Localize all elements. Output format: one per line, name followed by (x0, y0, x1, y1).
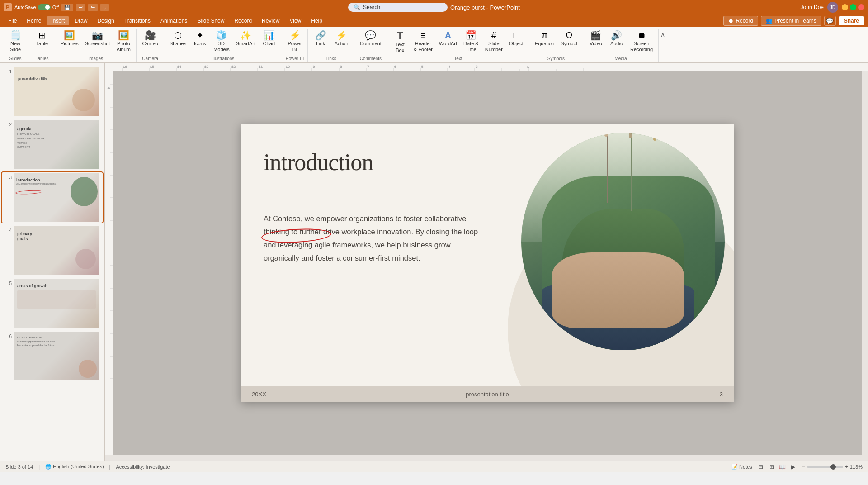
cameo-button[interactable]: 🎥 Cameo (139, 29, 160, 48)
accessibility-status[interactable]: Accessibility: Investigate (116, 464, 170, 470)
menu-draw[interactable]: Draw (70, 16, 92, 25)
slide-num-4: 4 (3, 226, 12, 233)
shapes-icon: ⬡ (174, 31, 182, 40)
menu-transitions[interactable]: Transitions (120, 16, 155, 25)
audio-button[interactable]: 🔊 Audio (607, 29, 627, 48)
object-button[interactable]: □ Object (506, 29, 526, 48)
stems-area (582, 133, 704, 220)
slide-thumbnail-1[interactable]: 1 presentation title (2, 67, 103, 117)
date-time-button[interactable]: 📅 Date &Time (461, 29, 481, 54)
pictures-icon: 🖼️ (64, 31, 75, 40)
symbol-button[interactable]: Ω Symbol (558, 29, 580, 48)
autosave-toggle[interactable]: AutoSave Off (14, 4, 59, 10)
table-button[interactable]: ⊞ Table (32, 29, 52, 48)
record-button[interactable]: ⏺ Record (723, 16, 758, 26)
comment-button[interactable]: 💬 (824, 16, 836, 26)
link-button[interactable]: 🔗 Link (311, 29, 330, 48)
slide-thumbnail-3[interactable]: 3 introduction At Contoso, we empower or… (2, 172, 103, 223)
slide-scroll-area[interactable]: introduction At Contoso, we empower orga… (113, 71, 862, 455)
minimize-button[interactable] (842, 4, 848, 10)
header-footer-button[interactable]: ≡ Header& Footer (411, 29, 435, 54)
slide-sorter-button[interactable]: ⊞ (767, 463, 777, 471)
customize-button[interactable]: ⌵ (100, 4, 109, 11)
zoom-in-button[interactable]: + (845, 464, 848, 470)
menu-view[interactable]: View (285, 16, 306, 25)
menu-bar-actions: ⏺ Record 👥 Present in Teams 💬 Share (723, 16, 864, 26)
video-button[interactable]: 🎬 Video (586, 29, 606, 48)
audio-icon: 🔊 (611, 31, 622, 40)
icons-icon: ✦ (196, 31, 204, 40)
insert-comment-button[interactable]: 💬 Comment (357, 29, 384, 48)
language-icon: 🌐 (45, 464, 52, 469)
menu-insert[interactable]: Insert (47, 16, 69, 25)
slide2-title-text: agenda (17, 127, 32, 131)
menu-review[interactable]: Review (257, 16, 284, 25)
doc-title: Orange burst - PowerPoint (450, 4, 520, 11)
chart-button[interactable]: 📊 Chart (259, 29, 279, 48)
present-teams-button[interactable]: 👥 Present in Teams (761, 16, 821, 26)
user-avatar[interactable]: JD (827, 2, 838, 13)
icons-button[interactable]: ✦ Icons (190, 29, 210, 48)
new-slide-button[interactable]: 🗒️ NewSlide (5, 29, 26, 54)
smartart-button[interactable]: ✨ SmartArt (233, 29, 258, 48)
pictures-button[interactable]: 🖼️ Pictures (58, 29, 81, 48)
maximize-button[interactable] (850, 4, 856, 10)
slide-thumbnail-5[interactable]: 5 areas of growth (2, 278, 103, 328)
camera-group-label: Camera (142, 55, 158, 62)
screenshot-button[interactable]: 📷 Screenshot (82, 29, 113, 48)
shapes-button[interactable]: ⬡ Shapes (167, 29, 189, 48)
undo-button[interactable]: ↩ (76, 4, 85, 11)
3d-models-icon: 🧊 (216, 31, 227, 40)
ribbon-collapse-button[interactable]: ∧ (659, 29, 667, 40)
comment-icon: 💬 (365, 31, 376, 40)
menu-animations[interactable]: Animations (156, 16, 192, 25)
menu-bar: File Home Insert Draw Design Transitions… (0, 14, 868, 27)
menu-help[interactable]: Help (307, 16, 327, 25)
zoom-slider[interactable] (807, 466, 843, 468)
share-button[interactable]: Share (839, 16, 864, 25)
close-button[interactable] (858, 4, 864, 10)
slideshow-button[interactable]: ▶ (788, 463, 798, 471)
menu-slideshow[interactable]: Slide Show (193, 16, 229, 25)
equation-button[interactable]: π Equation (532, 29, 557, 48)
power-bi-button[interactable]: ⚡ PowerBI (285, 29, 305, 54)
3d-models-button[interactable]: 🧊 3DModels (211, 29, 232, 54)
notes-button[interactable]: 📝 Notes (731, 464, 752, 470)
tables-group-label: Tables (36, 55, 49, 62)
slide6-deco (79, 360, 97, 378)
slide-thumbnail-6[interactable]: 6 RICHARD BRANSONSuccess opportunities o… (2, 331, 103, 381)
text-box-button[interactable]: T TextBox (390, 29, 410, 55)
vertical-scrollbar[interactable] (862, 71, 868, 455)
menu-file[interactable]: File (4, 16, 21, 25)
slide-thumbnail-2[interactable]: 2 agenda PRIMARY GOALSAREAS OF GROWTHTOP… (2, 119, 103, 170)
reading-view-button[interactable]: 📖 (778, 463, 788, 471)
svg-text:5: 5 (421, 65, 424, 69)
screen-recording-icon: ⏺ (637, 31, 646, 40)
slide1-title-text: presentation title (18, 76, 47, 81)
menu-record[interactable]: Record (230, 16, 256, 25)
slide-number-button[interactable]: # SlideNumber (482, 29, 505, 54)
app-icon: P (4, 3, 12, 11)
action-button[interactable]: ⚡ Action (331, 29, 351, 48)
zoom-out-button[interactable]: − (802, 464, 805, 470)
autosave-pill[interactable] (38, 4, 51, 10)
slide-img-5: areas of growth (14, 279, 99, 328)
normal-view-button[interactable]: ⊟ (756, 463, 766, 471)
search-box[interactable]: 🔍 Search (348, 3, 448, 12)
horizontal-scrollbar[interactable] (105, 455, 868, 461)
menu-home[interactable]: Home (22, 16, 46, 25)
photo-bg (521, 133, 725, 350)
redo-button[interactable]: ↪ (88, 4, 98, 11)
zoom-thumb (830, 464, 836, 470)
slide-info: Slide 3 of 14 (5, 464, 33, 470)
equation-icon: π (542, 31, 548, 40)
stem1 (607, 133, 608, 203)
menu-design[interactable]: Design (93, 16, 118, 25)
slide-thumbnail-4[interactable]: 4 primarygoals (2, 225, 103, 276)
footer-year: 20XX (252, 391, 409, 398)
svg-text:6: 6 (394, 65, 396, 69)
screen-recording-button[interactable]: ⏺ ScreenRecording (627, 29, 656, 54)
wordart-button[interactable]: A WordArt (436, 29, 460, 48)
photo-album-button[interactable]: 🖼️ PhotoAlbum (113, 29, 133, 54)
save-button[interactable]: 💾 (61, 4, 73, 11)
